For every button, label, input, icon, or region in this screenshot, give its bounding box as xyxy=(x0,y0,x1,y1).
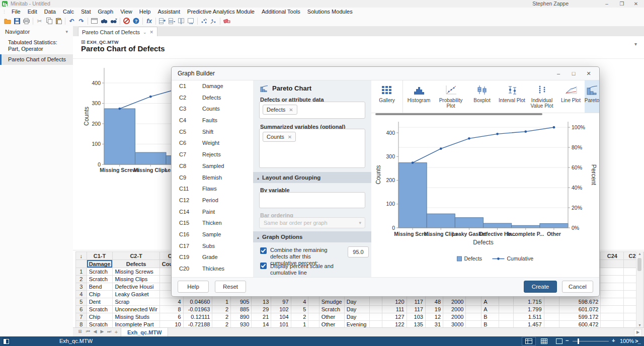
data-direction-arrow-icon[interactable]: ↓ xyxy=(76,252,87,260)
worksheet-cell[interactable]: 97 xyxy=(271,298,291,306)
worksheet-cell[interactable]: Scratch xyxy=(87,268,113,276)
move-columns-icon[interactable] xyxy=(186,17,196,26)
insert-rows-icon[interactable] xyxy=(167,17,177,26)
worksheet-cell[interactable]: 127 xyxy=(382,313,407,321)
command-line-icon[interactable]: >_ xyxy=(635,338,640,344)
worksheet-cell[interactable]: Day xyxy=(344,313,369,321)
eraser-icon[interactable] xyxy=(222,17,231,26)
worksheet-cell[interactable]: 12 xyxy=(425,313,443,321)
row-number[interactable]: 3 xyxy=(76,283,87,291)
menu-edit[interactable]: Edit xyxy=(24,8,41,16)
column-name[interactable] xyxy=(601,260,624,268)
worksheet-cell[interactable]: 5 xyxy=(291,306,308,313)
worksheet-cell[interactable] xyxy=(308,298,319,306)
reset-button[interactable]: Reset xyxy=(215,281,246,293)
dialog-column-item[interactable]: C14Paint xyxy=(172,206,253,218)
scroll-down-icon[interactable]: ▼ xyxy=(636,323,643,327)
worksheet-cell[interactable]: 2000 xyxy=(443,298,466,306)
worksheet-cell[interactable]: 8 xyxy=(159,306,183,313)
column-header[interactable]: C1-T xyxy=(87,252,113,260)
worksheet-cell[interactable] xyxy=(369,298,382,306)
dialog-maximize-icon[interactable]: □ xyxy=(568,69,579,78)
worksheet-cell[interactable]: 102 xyxy=(271,306,291,313)
worksheet-cell[interactable]: 48 xyxy=(425,298,443,306)
worksheet-cell[interactable]: Smudge xyxy=(319,298,344,306)
worksheet-cell[interactable]: B xyxy=(481,313,499,321)
chip-remove-icon[interactable]: ✕ xyxy=(289,107,293,113)
dialog-column-item[interactable]: C5Shift xyxy=(172,126,253,138)
dialog-column-item[interactable]: C15Thicken xyxy=(172,217,253,229)
worksheet-cell[interactable] xyxy=(544,306,559,313)
gallery-item-boxplot[interactable]: Boxplot xyxy=(467,80,497,113)
menu-stat[interactable]: Stat xyxy=(77,8,95,16)
worksheet-cell[interactable]: Day xyxy=(344,298,369,306)
worksheet-cell[interactable]: 104 xyxy=(271,313,291,321)
worksheet-cell[interactable]: Scratch xyxy=(87,276,113,283)
find-icon[interactable] xyxy=(99,17,109,26)
menu-predictive-analytics[interactable]: Predictive Analytics Module xyxy=(184,8,258,16)
dialog-column-item[interactable]: C11Flaws xyxy=(172,183,253,195)
worksheet-cell[interactable]: Missing Clips xyxy=(113,276,159,283)
column-header[interactable]: C2-T xyxy=(113,252,159,260)
worksheet-cell[interactable]: Scrap xyxy=(113,298,159,306)
chip-counts[interactable]: Counts✕ xyxy=(263,132,296,142)
column-name[interactable]: Damage xyxy=(87,260,113,268)
worksheet-cell[interactable]: 1 xyxy=(212,298,231,306)
dialog-minimize-icon[interactable]: – xyxy=(553,69,564,78)
row-number[interactable]: 5 xyxy=(76,298,87,306)
last-worksheet-icon[interactable]: ⏭ xyxy=(106,329,112,334)
worksheet-cell[interactable] xyxy=(499,298,514,306)
cancel-button[interactable]: Cancel xyxy=(562,281,593,293)
row-number[interactable]: 2 xyxy=(76,276,87,283)
dialog-column-item[interactable]: C7Rejects xyxy=(172,149,253,160)
worksheet-cell[interactable]: 29 xyxy=(252,306,271,313)
cut-icon[interactable]: ✂ xyxy=(35,17,44,26)
worksheet-cell[interactable]: 13 xyxy=(252,298,271,306)
gallery-scrollbar-thumb[interactable] xyxy=(375,113,542,115)
worksheet-cell[interactable] xyxy=(466,313,481,321)
menu-graph[interactable]: Graph xyxy=(95,8,117,16)
copy-icon[interactable] xyxy=(44,17,54,26)
worksheet-cell[interactable]: 1.799 xyxy=(513,306,544,313)
worksheet-cell[interactable] xyxy=(601,291,624,298)
column-header[interactable]: C24 xyxy=(601,252,624,260)
worksheet-cell[interactable] xyxy=(499,306,514,313)
worksheet-cell[interactable]: 6 xyxy=(159,313,183,321)
crosshair-points-icon[interactable] xyxy=(209,17,218,26)
close-icon[interactable]: ✕ xyxy=(629,0,643,8)
add-worksheet-icon[interactable]: + xyxy=(113,329,119,335)
worksheet-cell[interactable] xyxy=(601,306,624,313)
dialog-column-item[interactable]: C20Thicknes xyxy=(172,263,253,275)
worksheet-cell[interactable]: Day xyxy=(344,306,369,313)
tab-pareto-chart-of-defects[interactable]: Pareto Chart of Defects ⌄ ✕ xyxy=(78,27,157,37)
worksheet-cell[interactable] xyxy=(601,298,624,306)
menu-file[interactable]: File xyxy=(8,8,24,16)
worksheet-cell[interactable]: 0.12111 xyxy=(183,313,212,321)
brush-points-icon[interactable] xyxy=(199,17,209,26)
restore-icon[interactable]: ❐ xyxy=(615,0,629,8)
worksheet-cell[interactable] xyxy=(601,276,624,283)
worksheet-view-icon[interactable] xyxy=(522,337,535,345)
gallery-item-histogram[interactable]: Histogram xyxy=(403,80,435,113)
worksheet-cell[interactable]: Dent xyxy=(87,298,113,306)
gallery-item-individual-value-plot[interactable]: Individual Value Plot xyxy=(527,80,557,113)
worksheet-cell[interactable]: 1.715 xyxy=(513,298,544,306)
insert-cells-icon[interactable] xyxy=(157,17,167,26)
row-number[interactable]: 1 xyxy=(76,268,87,276)
undo-icon[interactable]: ↶ xyxy=(67,17,76,26)
worksheet-cell[interactable]: 117 xyxy=(407,298,425,306)
worksheet-cell[interactable]: 4 xyxy=(291,298,308,306)
worksheet-cell[interactable] xyxy=(601,283,624,291)
gallery-button[interactable]: Gallery xyxy=(371,80,403,113)
worksheet-cell[interactable]: -0.01963 xyxy=(183,306,212,313)
worksheet-cell[interactable]: 905 xyxy=(231,298,252,306)
worksheet-cell[interactable]: 117 xyxy=(407,306,425,313)
worksheet-cell[interactable] xyxy=(499,313,514,321)
print-icon[interactable] xyxy=(22,17,31,26)
dialog-column-item[interactable]: C9Blemish xyxy=(172,172,253,184)
dialog-column-item[interactable]: C17Subs xyxy=(172,240,253,252)
dialog-column-item[interactable]: C16Sample xyxy=(172,229,253,240)
cancel-refresh-icon[interactable] xyxy=(122,17,131,26)
chip-remove-icon[interactable]: ✕ xyxy=(288,134,292,140)
redo-icon[interactable]: ↷ xyxy=(76,17,86,26)
